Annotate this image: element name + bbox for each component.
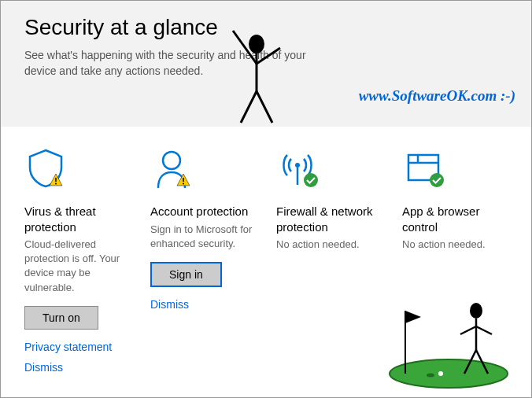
dismiss-link[interactable]: Dismiss [150,298,262,311]
dismiss-link[interactable]: Dismiss [24,361,136,374]
tile-description: Cloud-delivered protection is off. Your … [24,238,136,295]
window-icon [402,147,514,191]
svg-point-8 [163,152,180,169]
shield-icon [24,147,136,191]
svg-line-25 [460,326,476,334]
svg-point-7 [55,183,57,185]
svg-point-21 [438,371,443,376]
svg-point-13 [304,173,318,187]
tile-account-protection[interactable]: Account protection Sign in to Microsoft … [150,147,276,381]
svg-point-0 [249,35,264,53]
watermark-text: www.SoftwareOK.com :-) [359,87,515,105]
tile-title: App & browser control [402,204,514,234]
svg-point-20 [427,374,434,378]
svg-point-11 [295,163,300,168]
tile-title: Firewall & network protection [276,204,388,234]
tile-description: No action needed. [402,238,514,252]
tile-virus-threat[interactable]: Virus & threat protection Cloud-delivere… [24,147,150,381]
header-banner: Security at a glance See what's happenin… [1,1,531,127]
sign-in-button[interactable]: Sign in [150,262,222,287]
svg-point-10 [183,183,184,185]
svg-line-5 [257,91,272,123]
tile-description: No action needed. [276,238,388,252]
svg-point-23 [470,303,482,319]
turn-on-button[interactable]: Turn on [24,306,98,330]
stick-figure-golf [382,295,515,389]
svg-point-17 [430,173,444,187]
svg-line-4 [241,91,257,123]
stick-figure-pointing [225,24,288,127]
tile-description: Sign in to Microsoft for enhanced securi… [150,223,262,251]
svg-line-26 [476,326,492,334]
tile-title: Account protection [150,204,262,219]
tile-title: Virus & threat protection [24,204,136,234]
person-icon [150,147,262,191]
antenna-icon [276,147,388,191]
privacy-statement-link[interactable]: Privacy statement [24,341,136,353]
